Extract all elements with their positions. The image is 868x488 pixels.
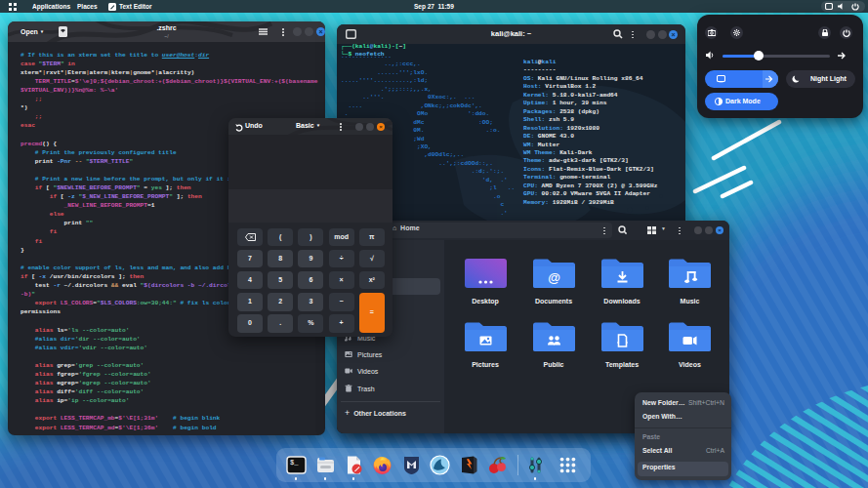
svg-text:@: @ [548, 270, 560, 285]
svg-text:$_: $_ [290, 459, 299, 467]
